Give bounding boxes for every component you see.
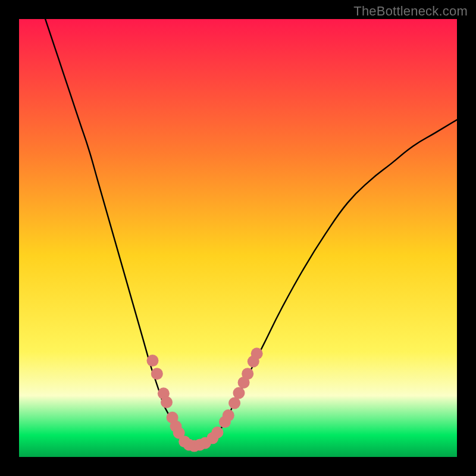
chart-svg: [19, 19, 457, 457]
chart-plot-area: [19, 19, 457, 457]
highlight-dot: [151, 368, 163, 380]
highlight-dot: [242, 368, 253, 380]
highlight-dot: [211, 427, 223, 439]
highlight-dot: [223, 409, 234, 421]
highlight-dot: [146, 355, 158, 367]
highlight-dot: [251, 347, 263, 359]
watermark-text: TheBottleneck.com: [353, 4, 468, 19]
highlight-dot: [161, 396, 173, 408]
chart-frame: TheBottleneck.com: [0, 0, 476, 476]
highlight-dot: [233, 387, 245, 399]
